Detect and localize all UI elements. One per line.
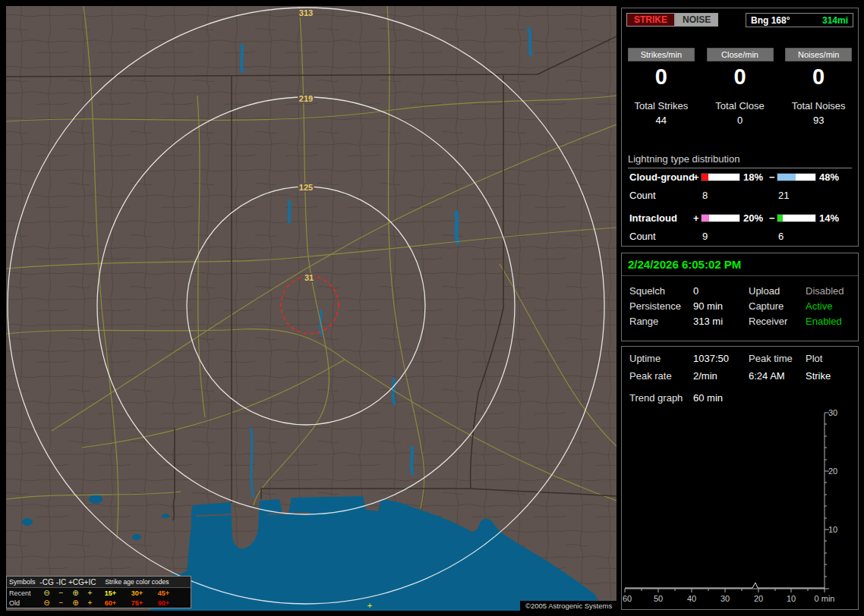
- stats-row: Peak rate 2/min 6:24 AM Strike: [622, 370, 858, 383]
- x-tick-50: 50: [654, 594, 663, 603]
- bearing-distance: 314mi: [822, 15, 848, 26]
- legend-row-recent: Recent ⊖ − ⊕ + 15+ 30+ 45+: [7, 588, 191, 598]
- ic-positive-bar: [701, 214, 740, 222]
- strikes-per-min-chip: Strikes/min: [628, 48, 695, 61]
- count-label: Count: [629, 190, 656, 201]
- neg-cg-old-icon: ⊖: [39, 599, 54, 607]
- range-value: 313 mi: [693, 316, 723, 327]
- y-tick-10: 10: [828, 525, 837, 534]
- trend-graph: 30 20 10 60 50 40 30 20 10 0 min: [622, 406, 859, 609]
- persistence-value: 90 min: [693, 300, 723, 312]
- peak-rate-label: Peak rate: [629, 370, 672, 382]
- age-75: 75+: [124, 599, 150, 607]
- cg-negative-pct: 48%: [819, 171, 839, 183]
- ring-label-313: 313: [299, 8, 313, 17]
- cg-negative-bar: [777, 173, 816, 181]
- total-strikes-value: 44: [622, 115, 701, 126]
- strikes-per-min-value: 0: [622, 64, 701, 90]
- legend-col-pos-ic: +IC: [83, 578, 97, 586]
- ic-negative-count: 6: [778, 231, 784, 242]
- strike-legend: Symbols -CG -IC +CG +IC Strike age color…: [6, 576, 191, 608]
- squelch-label: Squelch: [629, 285, 665, 297]
- noise-mode-button[interactable]: NOISE: [675, 13, 718, 27]
- peak-time-label: Peak time: [749, 353, 793, 364]
- legend-col-neg-cg: -CG: [39, 578, 54, 586]
- map-view[interactable]: 313 219 125 31 + Symbols -CG -IC +CG +IC…: [6, 6, 616, 611]
- legend-col-neg-ic: -IC: [54, 578, 68, 586]
- totals-values-row: 44 0 93: [622, 115, 858, 126]
- ic-positive-count: 9: [702, 231, 708, 242]
- uptime-label: Uptime: [629, 353, 661, 364]
- ic-negative-bar: [777, 214, 816, 222]
- strike-mode-button[interactable]: STRIKE: [626, 13, 675, 27]
- plot-label: Plot: [806, 353, 822, 364]
- legend-symbols-header: Symbols: [7, 578, 39, 586]
- x-tick-20: 20: [754, 594, 763, 603]
- range-label: Range: [629, 316, 658, 327]
- peak-time-value: 6:24 AM: [749, 370, 785, 382]
- x-tick-60: 60: [623, 594, 632, 603]
- total-strikes-label: Total Strikes: [622, 100, 701, 112]
- intracloud-row: Intracloud + 20% − 14%: [622, 212, 858, 225]
- x-tick-30: 30: [721, 594, 730, 603]
- cloud-ground-row: Cloud-ground + 18% − 48%: [622, 171, 858, 184]
- age-15: 15+: [97, 589, 124, 597]
- bearing-label: Bng 168°: [751, 15, 790, 26]
- uptime-value: 1037:50: [693, 353, 729, 364]
- neg-ic-old-icon: −: [54, 599, 68, 607]
- totals-labels-row: Total Strikes Total Close Total Noises: [622, 100, 858, 112]
- cloud-ground-count-row: Count 8 21: [622, 190, 858, 202]
- age-30: 30+: [124, 589, 150, 597]
- rate-chips-row: Strikes/min Close/min Noises/min: [622, 48, 858, 61]
- cg-positive-count: 8: [702, 190, 708, 201]
- cloud-ground-label: Cloud-ground: [629, 171, 695, 183]
- map-canvas: 313 219 125 31 +: [6, 6, 616, 611]
- ring-label-125: 125: [299, 183, 313, 192]
- ic-positive-pct: 20%: [743, 212, 763, 224]
- legend-old-label: Old: [7, 599, 39, 607]
- receiver-status: Enabled: [806, 316, 842, 327]
- minus-sign: −: [769, 171, 775, 183]
- legend-col-pos-cg: +CG: [68, 578, 83, 586]
- intracloud-label: Intracloud: [629, 212, 677, 224]
- trend-graph-label: Trend graph: [629, 392, 683, 404]
- distribution-title: Lightning type distribution: [628, 153, 852, 168]
- neg-cg-recent-icon: ⊖: [39, 589, 54, 597]
- cg-positive-bar: [701, 173, 740, 181]
- copyright-notice: ©2005 Astrogenic Systems: [520, 601, 617, 611]
- y-tick-20: 20: [828, 467, 837, 476]
- ring-label-219: 219: [299, 94, 313, 103]
- plus-sign: +: [693, 212, 699, 224]
- strike-stats-panel: STRIKE NOISE Bng 168° 314mi Strikes/min …: [621, 8, 859, 247]
- neg-ic-recent-icon: −: [54, 589, 68, 597]
- cg-positive-pct: 18%: [743, 171, 763, 183]
- upload-status: Disabled: [806, 285, 844, 297]
- noises-per-min-value: 0: [779, 64, 858, 90]
- pos-cg-recent-icon: ⊕: [68, 589, 83, 597]
- total-close-value: 0: [701, 115, 780, 126]
- bearing-readout: Bng 168° 314mi: [746, 13, 853, 27]
- upload-label: Upload: [749, 285, 780, 297]
- divider: [622, 275, 858, 276]
- close-per-min-value: 0: [701, 64, 780, 90]
- age-60: 60+: [97, 599, 124, 607]
- ic-negative-pct: 14%: [819, 212, 839, 224]
- plus-sign: +: [693, 171, 699, 183]
- squelch-value: 0: [693, 285, 698, 297]
- legend-age-header: Strike age color codes: [97, 578, 177, 586]
- status-row: Squelch 0 Upload Disabled: [622, 285, 858, 298]
- x-tick-40: 40: [687, 594, 696, 603]
- trend-series: [625, 583, 825, 588]
- datetime-display: 2/24/2026 6:05:02 PM: [628, 258, 741, 271]
- status-panel: 2/24/2026 6:05:02 PM Squelch 0 Upload Di…: [621, 253, 859, 341]
- legend-recent-label: Recent: [7, 589, 39, 597]
- age-45: 45+: [150, 589, 177, 597]
- legend-row-old: Old ⊖ − ⊕ + 60+ 75+ 90+: [7, 598, 191, 608]
- x-tick-0: 0 min: [815, 594, 835, 603]
- minus-sign: −: [769, 212, 775, 224]
- total-noises-label: Total Noises: [779, 100, 858, 112]
- total-close-label: Total Close: [701, 100, 780, 112]
- capture-status: Active: [806, 300, 832, 312]
- y-tick-30: 30: [828, 408, 837, 417]
- status-row: Persistence 90 min Capture Active: [622, 300, 858, 313]
